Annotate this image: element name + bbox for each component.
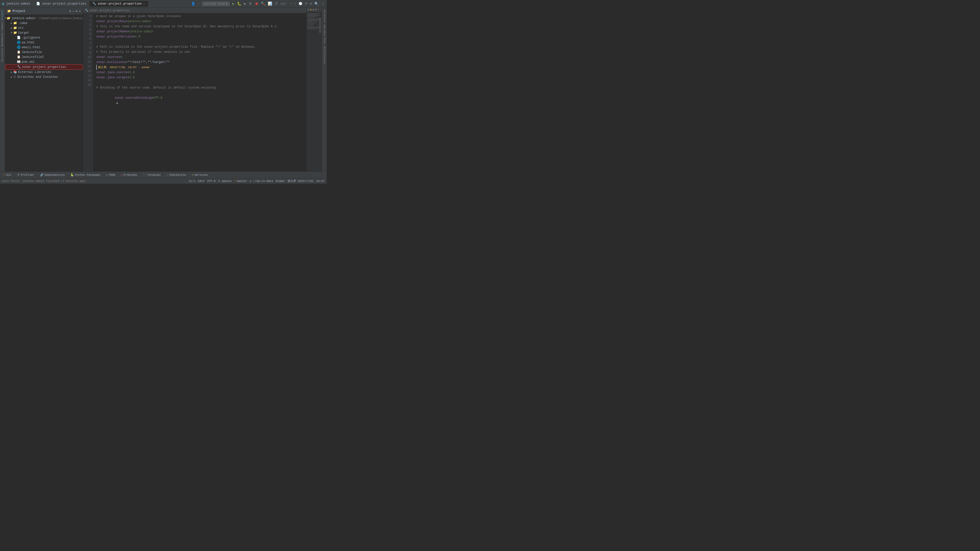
project-strip-icon[interactable]: Project (1, 10, 4, 21)
email-html-label: email.html (22, 46, 40, 49)
project-collapse-icon[interactable]: — (73, 10, 74, 13)
ext-libs-icon: 📚 (13, 70, 17, 74)
problems-tab-label: Problems (124, 173, 137, 176)
stop-icon[interactable]: ⏹ (255, 2, 258, 6)
back-icon[interactable]: ← (198, 2, 200, 6)
tree-item-external-libs[interactable]: ▶ 📚 External Libraries (5, 70, 83, 75)
gitignore-file-icon: 📄 (17, 36, 21, 40)
tab-close-button[interactable]: ✕ (143, 2, 145, 5)
project-settings-icon[interactable]: ⚙ (69, 10, 71, 13)
build-icon[interactable]: 🔨 (261, 2, 265, 6)
profile-icon[interactable]: 👤 (191, 2, 195, 6)
tree-item-aa-html[interactable]: 🌐 aa.html (5, 40, 83, 45)
target-label: target (18, 31, 29, 35)
ext-libs-label: External Libraries (18, 70, 51, 74)
run2-icon[interactable]: ▶ (244, 2, 246, 6)
bookmark-strip-icon[interactable]: Bookmarks (1, 33, 4, 46)
warning-down-icon[interactable]: ▼ (315, 8, 317, 11)
run-icon[interactable]: ▶ (232, 2, 234, 6)
git-tab-icon: ⑂ (3, 173, 5, 176)
jenkinsfile-label: Jenkinsfile (22, 51, 42, 54)
tree-item-gitignore[interactable]: 📄 .gitignore (5, 35, 83, 40)
todo-tab-icon: ☑ (106, 173, 108, 176)
tab-terminal[interactable]: ⬛ Terminal (140, 172, 163, 177)
cursor-position-status[interactable]: 11:1 (189, 179, 195, 183)
editor-area: 🔧 sonar-project.properties 1 2 3 4 5 6 7… (83, 8, 306, 171)
git-branch-status[interactable]: ⑂ master (234, 179, 247, 183)
tab-git[interactable]: ⑂ Git (1, 173, 14, 177)
editor-breadcrumb: 🔧 sonar-project.properties (83, 8, 306, 13)
tab-profiler[interactable]: ⏱ Profiler (14, 172, 37, 177)
code-editor[interactable]: # must be unique in a given SonarQube in… (93, 13, 306, 171)
tree-item-target[interactable]: ▼ 📁 target (5, 30, 83, 35)
tree-item-sonar-props[interactable]: 🔧 sonar-project.properties (5, 64, 83, 70)
project-tree: ▼ 📁 jenkins-admin ~/IdeaProjects/learn/j… (5, 15, 83, 171)
tab-todo[interactable]: ☑ TODO (103, 172, 118, 177)
dropdown-arrow-icon: ▼ (226, 2, 228, 5)
target-arrow-icon: ▼ (10, 32, 13, 34)
title-bar: ◉ jenkins-admin – 📄 sonar-project.proper… (0, 0, 327, 8)
search-icon[interactable]: 🔍 (314, 2, 318, 6)
refresh-icon[interactable]: ⟳ (305, 2, 307, 6)
checkstyle-tab-label: CheckStyle (169, 173, 186, 176)
git-sync-status[interactable]: 1 ↑/up-to-date (250, 179, 273, 183)
profiler-icon[interactable]: ⏱ (275, 2, 278, 6)
jenkinsfile-icon: 📋 (17, 50, 21, 54)
blame-text: Blame: 骑士梦 2023/7/28, 18:57 (276, 179, 325, 183)
breadcrumb-text: sonar-project.properties (89, 9, 130, 12)
project-gear-icon[interactable]: ⚙ (76, 10, 78, 13)
tab-sonar-properties[interactable]: 🔧 sonar-project.properties ✕ (89, 1, 148, 6)
code-line-9: sonar.sources=. (96, 55, 303, 60)
scratches-arrow: ▶ (10, 76, 13, 79)
project-panel: 📁 Project ⚙ — ⚙ ✕ ▼ 📁 jenkins-admin ~/Id… (5, 8, 83, 171)
debug-icon[interactable]: 🐛 (237, 2, 242, 6)
tab-services[interactable]: ⚙ Services (189, 172, 210, 177)
tab-python-packages[interactable]: 🐍 Python Packages (68, 172, 103, 177)
tab-checkstyle[interactable]: ✓ CheckStyle (164, 172, 189, 177)
tree-item-jenkinsfile[interactable]: 📋 Jenkinsfile (5, 50, 83, 55)
tree-item-idea[interactable]: ▶ 📁 .idea (5, 21, 83, 25)
code-line-1: # must be unique in a given SonarQube in… (96, 14, 303, 19)
current-file-dropdown[interactable]: Current File ▼ (202, 2, 230, 6)
encoding-status[interactable]: UTF-8 (207, 179, 216, 183)
structure-strip-label[interactable]: Structure (323, 10, 326, 22)
blame-status[interactable]: Blame: 骑士梦 2023/7/28, 18:57 (276, 179, 325, 183)
tree-item-email-html[interactable]: 🌐 email.html (5, 45, 83, 50)
structure-strip-icon[interactable]: Structure (1, 48, 4, 62)
tree-item-jenkinsfile2[interactable]: 📋 Jenkinsfile2 (5, 55, 83, 59)
right-minimap-panel: ⚙ 8 ▲ ▼ (306, 8, 321, 171)
warning-up-icon[interactable]: ▲ (313, 8, 314, 11)
tree-item-pom-xml[interactable]: 📰 pom.xml (5, 59, 83, 64)
pause-icon[interactable]: ⏸ (248, 2, 252, 6)
indent-text: 4 spaces (218, 179, 232, 183)
bottom-tabs-bar: ⑂ Git ⏱ Profiler 🔗 Dependencies 🐍 Python… (0, 171, 327, 178)
deps-tab-icon: 🔗 (40, 173, 44, 176)
file-tab-icon: 📄 (36, 2, 40, 6)
project-close-icon[interactable]: ✕ (79, 10, 81, 13)
annotation-text: 骑士梦, 2023/7/28, 18:57 · sonar (98, 65, 150, 70)
menu-icon[interactable]: ⋮ (321, 2, 325, 6)
clock-icon[interactable]: 🕐 (299, 2, 302, 6)
tree-item-src[interactable]: ▶ 📁 src (5, 25, 83, 30)
indent-status[interactable]: 4 spaces (218, 179, 232, 183)
src-label: src (18, 26, 24, 30)
bigdata-strip-label[interactable]: Big Data Tools (323, 25, 326, 44)
code-line-2: sonar.projectKey=jenkins-admin (96, 19, 303, 24)
tree-root-item[interactable]: ▼ 📁 jenkins-admin ~/IdeaProjects/learn/j… (5, 16, 83, 21)
coverage-icon[interactable]: 📊 (268, 2, 272, 6)
settings-icon[interactable]: ⚙ (310, 2, 312, 6)
scratches-icon: 🗒 (13, 75, 16, 79)
tab-dependencies[interactable]: 🔗 Dependencies (38, 172, 67, 177)
project-title[interactable]: jenkins-admin (6, 2, 30, 6)
warning-count-badge[interactable]: 8 (310, 8, 312, 11)
tab-problems[interactable]: ⚠ Problems (118, 172, 140, 177)
line-ending-status[interactable]: CRLF (198, 179, 204, 183)
code-line-12: sonar.java.source=1.8 (96, 70, 303, 75)
minimap-settings-icon[interactable]: ⚙ (307, 8, 309, 11)
services-tab-label: Services (194, 173, 208, 176)
notifications-strip-label[interactable]: Notifications (323, 46, 326, 64)
tree-item-scratches[interactable]: ▶ 🗒 Scratches and Consoles (5, 75, 83, 79)
commit-strip-icon[interactable]: Commit (1, 22, 4, 31)
terminal-tab-icon: ⬛ (143, 173, 146, 176)
branch-icon: ⑂ (234, 179, 236, 183)
